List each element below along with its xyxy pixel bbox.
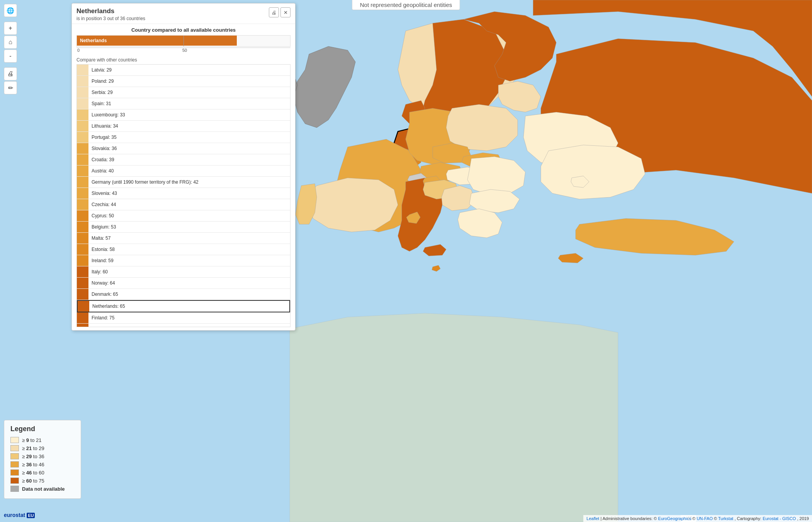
compare-label: Compare with other countries xyxy=(76,57,290,63)
leaflet-link[interactable]: Leaflet xyxy=(586,516,599,521)
compare-color-swatch xyxy=(77,143,88,154)
toolbar: 🌐 + ⌂ - 🖨 ✏ xyxy=(4,4,17,94)
compare-country-label: Lithuania: 34 xyxy=(88,122,290,130)
compare-color-swatch xyxy=(77,312,88,323)
legend-color-swatch xyxy=(10,453,19,459)
popup-title-area: Netherlands is in position 3 out of 36 c… xyxy=(76,7,145,21)
compare-country-label: Sweden: 75 xyxy=(88,325,290,327)
compare-country-label: Italy: 60 xyxy=(88,268,290,276)
compare-row[interactable]: Belgium: 53 xyxy=(77,222,290,233)
legend-item: Data not available xyxy=(10,486,75,492)
compare-color-swatch xyxy=(77,244,88,255)
legend-color-swatch xyxy=(10,437,19,443)
compare-color-swatch xyxy=(77,177,88,188)
chart-axis: 0 50 xyxy=(76,48,290,53)
legend-items: ≥ 9 to 21≥ 21 to 29≥ 29 to 36≥ 36 to 46≥… xyxy=(10,437,75,492)
compare-country-label: Netherlands: 65 xyxy=(89,302,289,310)
compare-row[interactable]: Sweden: 75 xyxy=(77,324,290,327)
compare-row[interactable]: Estonia: 58 xyxy=(77,244,290,255)
popup-print-button[interactable]: 🖨 xyxy=(269,7,279,17)
compare-color-swatch xyxy=(77,199,88,210)
attribution: Leaflet | Administrative boundaries: © E… xyxy=(583,515,812,522)
compare-color-swatch xyxy=(77,87,88,98)
footer-icon: EU xyxy=(27,513,35,518)
not-represented-header: Not represented geopolitical entities xyxy=(352,0,460,10)
compare-row[interactable]: Croatia: 39 xyxy=(77,154,290,165)
compare-section: Compare with other countries Latvia: 29P… xyxy=(72,57,295,330)
popup-header: Netherlands is in position 3 out of 36 c… xyxy=(72,3,295,24)
compare-country-label: Latvia: 29 xyxy=(88,66,290,74)
compare-row[interactable]: Latvia: 29 xyxy=(77,65,290,76)
compare-country-label: Spain: 31 xyxy=(88,99,290,108)
print-map-button[interactable]: 🖨 xyxy=(4,67,17,80)
compare-row[interactable]: Malta: 57 xyxy=(77,233,290,244)
compare-color-swatch xyxy=(77,121,88,131)
compare-color-swatch xyxy=(77,165,88,176)
compare-color-swatch xyxy=(77,98,88,109)
compare-country-label: Norway: 64 xyxy=(88,279,290,287)
compare-row[interactable]: Italy: 60 xyxy=(77,266,290,278)
compare-row[interactable]: Czechia: 44 xyxy=(77,199,290,210)
compare-row[interactable]: Slovenia: 43 xyxy=(77,188,290,199)
popup-close-button[interactable]: ✕ xyxy=(280,7,290,17)
compare-row[interactable]: Cyprus: 50 xyxy=(77,210,290,222)
turkstat-link[interactable]: Turkstat xyxy=(718,516,733,521)
compare-country-label: Germany (until 1990 former territory of … xyxy=(88,178,290,186)
zoom-out-button[interactable]: - xyxy=(4,49,17,63)
compare-color-swatch xyxy=(77,210,88,221)
legend-item: ≥ 29 to 36 xyxy=(10,453,75,459)
popup-chart-section: Country compared to all available countr… xyxy=(72,24,295,57)
compare-row[interactable]: Spain: 31 xyxy=(77,98,290,109)
compare-color-swatch xyxy=(77,278,88,288)
eurogeographics-link[interactable]: EuroGeographics xyxy=(658,516,691,521)
compare-row[interactable]: Lithuania: 34 xyxy=(77,121,290,132)
footer: eurostat EU xyxy=(4,512,35,518)
home-button[interactable]: ⌂ xyxy=(4,36,17,49)
compare-row[interactable]: Finland: 75 xyxy=(77,312,290,324)
compare-row[interactable]: Austria: 40 xyxy=(77,165,290,177)
legend-panel: Legend ≥ 9 to 21≥ 21 to 29≥ 29 to 36≥ 36… xyxy=(4,420,81,499)
legend-label-text: ≥ 29 to 36 xyxy=(22,454,44,459)
compare-row[interactable]: Luxembourg: 33 xyxy=(77,109,290,121)
compare-country-label: Croatia: 39 xyxy=(88,155,290,164)
compare-color-swatch xyxy=(77,154,88,165)
compare-row[interactable]: Ireland: 59 xyxy=(77,255,290,266)
compare-country-label: Luxembourg: 33 xyxy=(88,111,290,119)
compare-color-swatch xyxy=(77,109,88,120)
compare-country-label: Malta: 57 xyxy=(88,234,290,242)
footer-logo: eurostat EU xyxy=(4,512,35,518)
edit-button[interactable]: ✏ xyxy=(4,81,17,94)
zoom-in-button[interactable]: + xyxy=(4,22,17,35)
unfao-link[interactable]: UN-FAO xyxy=(696,516,713,521)
compare-row[interactable]: Norway: 64 xyxy=(77,278,290,289)
gisco-link[interactable]: Eurostat - GISCO xyxy=(763,516,796,521)
compare-row[interactable]: Slovakia: 36 xyxy=(77,143,290,154)
compare-country-label: Cyprus: 50 xyxy=(88,212,290,220)
compare-country-label: Portugal: 35 xyxy=(88,133,290,142)
compare-color-swatch xyxy=(77,289,88,300)
legend-label-text: ≥ 21 to 29 xyxy=(22,445,44,451)
compare-row[interactable]: Denmark: 65 xyxy=(77,289,290,300)
popup-panel: Netherlands is in position 3 out of 36 c… xyxy=(71,3,296,331)
legend-item: ≥ 60 to 75 xyxy=(10,478,75,484)
popup-controls: 🖨 ✕ xyxy=(269,7,290,17)
legend-item: ≥ 36 to 46 xyxy=(10,461,75,467)
compare-row[interactable]: Serbia: 29 xyxy=(77,87,290,98)
chart-bar-container: Netherlands 0 50 xyxy=(76,35,290,53)
compare-list[interactable]: Latvia: 29Poland: 29Serbia: 29Spain: 31L… xyxy=(76,64,290,327)
legend-color-swatch xyxy=(10,486,19,492)
legend-label-text: ≥ 46 to 60 xyxy=(22,470,44,476)
compare-color-swatch xyxy=(77,222,88,232)
globe-button[interactable]: 🌐 xyxy=(4,4,17,17)
compare-row[interactable]: Germany (until 1990 former territory of … xyxy=(77,177,290,188)
compare-color-swatch xyxy=(77,255,88,266)
legend-color-swatch xyxy=(10,469,19,476)
chart-title: Country compared to all available countr… xyxy=(76,27,290,33)
compare-color-swatch xyxy=(77,324,88,327)
compare-color-swatch xyxy=(77,233,88,244)
compare-country-label: Poland: 29 xyxy=(88,77,290,85)
compare-row[interactable]: Netherlands: 65 xyxy=(77,300,290,312)
legend-label-text: ≥ 60 to 75 xyxy=(22,478,44,484)
compare-row[interactable]: Portugal: 35 xyxy=(77,132,290,143)
compare-row[interactable]: Poland: 29 xyxy=(77,76,290,87)
